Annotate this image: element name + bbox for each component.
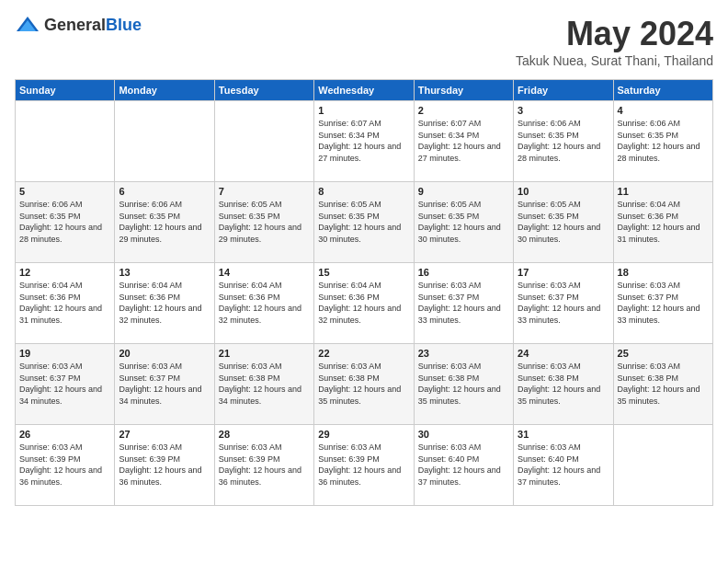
day-info: Sunrise: 6:03 AM Sunset: 6:38 PM Dayligh… (418, 361, 509, 407)
header-thursday: Thursday (414, 80, 513, 101)
calendar-cell (115, 101, 214, 182)
calendar-cell (214, 101, 313, 182)
calendar-cell: 28Sunrise: 6:03 AM Sunset: 6:39 PM Dayli… (214, 425, 313, 506)
day-number: 19 (19, 348, 110, 359)
header-saturday: Saturday (613, 80, 712, 101)
day-number: 6 (119, 186, 210, 197)
day-number: 24 (518, 348, 609, 359)
day-info: Sunrise: 6:03 AM Sunset: 6:37 PM Dayligh… (119, 361, 210, 407)
calendar-cell: 20Sunrise: 6:03 AM Sunset: 6:37 PM Dayli… (115, 344, 214, 425)
day-number: 28 (219, 429, 310, 440)
day-info: Sunrise: 6:06 AM Sunset: 6:35 PM Dayligh… (119, 199, 210, 245)
calendar-cell: 24Sunrise: 6:03 AM Sunset: 6:38 PM Dayli… (514, 344, 613, 425)
month-year: May 2024 (516, 15, 713, 53)
day-number: 5 (19, 186, 110, 197)
calendar-cell: 26Sunrise: 6:03 AM Sunset: 6:39 PM Dayli… (16, 425, 115, 506)
calendar-cell: 13Sunrise: 6:04 AM Sunset: 6:36 PM Dayli… (115, 263, 214, 344)
day-number: 25 (618, 348, 709, 359)
day-info: Sunrise: 6:06 AM Sunset: 6:35 PM Dayligh… (618, 118, 709, 164)
title-block: May 2024 Takuk Nuea, Surat Thani, Thaila… (516, 15, 713, 68)
header-wednesday: Wednesday (314, 80, 414, 101)
day-number: 29 (318, 429, 409, 440)
calendar-cell: 8Sunrise: 6:05 AM Sunset: 6:35 PM Daylig… (314, 182, 414, 263)
calendar-body: 1Sunrise: 6:07 AM Sunset: 6:34 PM Daylig… (16, 101, 713, 506)
calendar-cell: 5Sunrise: 6:06 AM Sunset: 6:35 PM Daylig… (16, 182, 115, 263)
day-number: 2 (418, 105, 509, 116)
day-info: Sunrise: 6:03 AM Sunset: 6:37 PM Dayligh… (518, 280, 609, 326)
day-number: 16 (418, 267, 509, 278)
calendar-cell: 12Sunrise: 6:04 AM Sunset: 6:36 PM Dayli… (16, 263, 115, 344)
header-tuesday: Tuesday (214, 80, 313, 101)
day-info: Sunrise: 6:03 AM Sunset: 6:38 PM Dayligh… (219, 361, 310, 407)
calendar-week-3: 12Sunrise: 6:04 AM Sunset: 6:36 PM Dayli… (16, 263, 713, 344)
calendar-cell: 22Sunrise: 6:03 AM Sunset: 6:38 PM Dayli… (314, 344, 414, 425)
day-info: Sunrise: 6:03 AM Sunset: 6:40 PM Dayligh… (418, 442, 509, 488)
day-info: Sunrise: 6:03 AM Sunset: 6:39 PM Dayligh… (318, 442, 409, 488)
day-number: 31 (518, 429, 609, 440)
day-number: 11 (618, 186, 709, 197)
page-header: GeneralBlue May 2024 Takuk Nuea, Surat T… (15, 15, 713, 68)
day-number: 8 (318, 186, 409, 197)
day-number: 13 (119, 267, 210, 278)
day-info: Sunrise: 6:03 AM Sunset: 6:37 PM Dayligh… (618, 280, 709, 326)
day-number: 1 (318, 105, 409, 116)
day-number: 15 (318, 267, 409, 278)
calendar-table: Sunday Monday Tuesday Wednesday Thursday… (15, 79, 713, 506)
day-number: 9 (418, 186, 509, 197)
calendar-cell: 15Sunrise: 6:04 AM Sunset: 6:36 PM Dayli… (314, 263, 414, 344)
calendar-cell (613, 425, 712, 506)
day-number: 27 (119, 429, 210, 440)
day-number: 21 (219, 348, 310, 359)
calendar-cell: 18Sunrise: 6:03 AM Sunset: 6:37 PM Dayli… (613, 263, 712, 344)
calendar-cell: 14Sunrise: 6:04 AM Sunset: 6:36 PM Dayli… (214, 263, 313, 344)
day-number: 7 (219, 186, 310, 197)
day-info: Sunrise: 6:06 AM Sunset: 6:35 PM Dayligh… (19, 199, 110, 245)
day-number: 23 (418, 348, 509, 359)
day-info: Sunrise: 6:03 AM Sunset: 6:39 PM Dayligh… (119, 442, 210, 488)
calendar-cell: 21Sunrise: 6:03 AM Sunset: 6:38 PM Dayli… (214, 344, 313, 425)
day-info: Sunrise: 6:04 AM Sunset: 6:36 PM Dayligh… (19, 280, 110, 326)
calendar-week-4: 19Sunrise: 6:03 AM Sunset: 6:37 PM Dayli… (16, 344, 713, 425)
day-info: Sunrise: 6:03 AM Sunset: 6:39 PM Dayligh… (19, 442, 110, 488)
calendar-week-2: 5Sunrise: 6:06 AM Sunset: 6:35 PM Daylig… (16, 182, 713, 263)
calendar-cell: 23Sunrise: 6:03 AM Sunset: 6:38 PM Dayli… (414, 344, 513, 425)
day-info: Sunrise: 6:04 AM Sunset: 6:36 PM Dayligh… (219, 280, 310, 326)
day-number: 12 (19, 267, 110, 278)
day-info: Sunrise: 6:03 AM Sunset: 6:38 PM Dayligh… (618, 361, 709, 407)
day-number: 10 (518, 186, 609, 197)
day-info: Sunrise: 6:06 AM Sunset: 6:35 PM Dayligh… (518, 118, 609, 164)
calendar-cell: 7Sunrise: 6:05 AM Sunset: 6:35 PM Daylig… (214, 182, 313, 263)
day-number: 22 (318, 348, 409, 359)
day-info: Sunrise: 6:04 AM Sunset: 6:36 PM Dayligh… (119, 280, 210, 326)
calendar-cell: 4Sunrise: 6:06 AM Sunset: 6:35 PM Daylig… (613, 101, 712, 182)
calendar-header: Sunday Monday Tuesday Wednesday Thursday… (16, 80, 713, 101)
day-number: 17 (518, 267, 609, 278)
day-number: 26 (19, 429, 110, 440)
day-info: Sunrise: 6:05 AM Sunset: 6:35 PM Dayligh… (318, 199, 409, 245)
day-info: Sunrise: 6:03 AM Sunset: 6:39 PM Dayligh… (219, 442, 310, 488)
day-number: 4 (618, 105, 709, 116)
day-info: Sunrise: 6:04 AM Sunset: 6:36 PM Dayligh… (618, 199, 709, 245)
logo-icon (15, 15, 40, 35)
day-info: Sunrise: 6:03 AM Sunset: 6:40 PM Dayligh… (518, 442, 609, 488)
logo-blue-text: Blue (106, 16, 142, 34)
calendar-cell: 11Sunrise: 6:04 AM Sunset: 6:36 PM Dayli… (613, 182, 712, 263)
day-info: Sunrise: 6:07 AM Sunset: 6:34 PM Dayligh… (318, 118, 409, 164)
calendar-cell: 3Sunrise: 6:06 AM Sunset: 6:35 PM Daylig… (514, 101, 613, 182)
calendar-cell: 2Sunrise: 6:07 AM Sunset: 6:34 PM Daylig… (414, 101, 513, 182)
day-info: Sunrise: 6:05 AM Sunset: 6:35 PM Dayligh… (219, 199, 310, 245)
day-number: 3 (518, 105, 609, 116)
calendar-cell: 27Sunrise: 6:03 AM Sunset: 6:39 PM Dayli… (115, 425, 214, 506)
calendar-week-1: 1Sunrise: 6:07 AM Sunset: 6:34 PM Daylig… (16, 101, 713, 182)
logo-general-text: General (44, 16, 106, 34)
day-info: Sunrise: 6:07 AM Sunset: 6:34 PM Dayligh… (418, 118, 509, 164)
header-sunday: Sunday (16, 80, 115, 101)
header-friday: Friday (514, 80, 613, 101)
calendar-cell: 10Sunrise: 6:05 AM Sunset: 6:35 PM Dayli… (514, 182, 613, 263)
day-info: Sunrise: 6:05 AM Sunset: 6:35 PM Dayligh… (518, 199, 609, 245)
day-number: 20 (119, 348, 210, 359)
calendar-cell: 16Sunrise: 6:03 AM Sunset: 6:37 PM Dayli… (414, 263, 513, 344)
header-monday: Monday (115, 80, 214, 101)
day-info: Sunrise: 6:04 AM Sunset: 6:36 PM Dayligh… (318, 280, 409, 326)
calendar-cell: 19Sunrise: 6:03 AM Sunset: 6:37 PM Dayli… (16, 344, 115, 425)
